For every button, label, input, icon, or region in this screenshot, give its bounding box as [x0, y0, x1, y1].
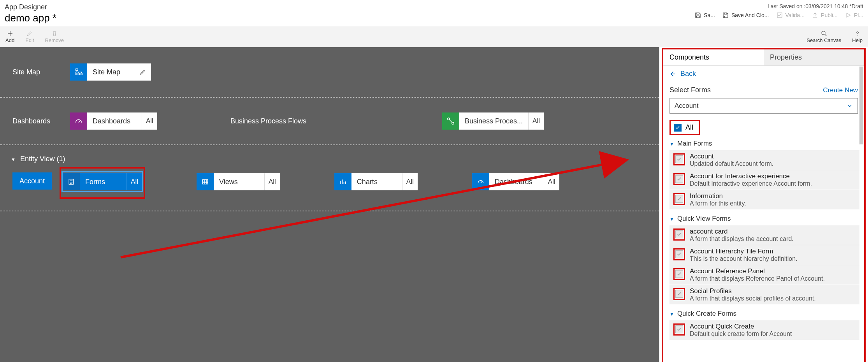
back-label: Back: [680, 70, 696, 78]
dashboards-section-label: Dashboards: [12, 117, 70, 125]
save-close-label: Save And Clo...: [731, 12, 769, 18]
entity-view-toggle[interactable]: Entity View (1): [0, 145, 659, 172]
entity-dashboards-tile[interactable]: Dashboards All: [472, 172, 559, 191]
form-checkbox[interactable]: [675, 250, 683, 258]
edit-label: Edit: [25, 38, 34, 43]
bpf-all-tag[interactable]: All: [528, 112, 544, 130]
form-list-item[interactable]: Account Hierarchy Tile FormThis is the a…: [669, 245, 859, 265]
save-close-button[interactable]: Save And Clo...: [722, 12, 769, 19]
validate-icon: [776, 12, 783, 19]
svg-point-1: [822, 31, 825, 35]
save-icon: [694, 12, 701, 19]
views-all-tag[interactable]: All: [264, 173, 280, 190]
play-button[interactable]: Pl...: [845, 12, 863, 19]
form-list-item[interactable]: Account for Interactive experienceDefaul…: [669, 170, 859, 190]
form-checkbox[interactable]: [675, 290, 683, 298]
form-checkbox[interactable]: [675, 230, 683, 238]
forms-tile[interactable]: Forms All: [63, 172, 142, 191]
select-forms-label: Select Forms: [669, 86, 711, 94]
entity-dropdown[interactable]: Account: [669, 98, 858, 114]
group-title: Quick Create Forms: [677, 310, 736, 318]
side-panel: Components Properties Back Select Forms …: [662, 48, 866, 362]
save-label: Sa...: [704, 12, 715, 18]
help-button[interactable]: Help: [852, 30, 863, 43]
form-group-header[interactable]: Quick Create Forms: [663, 306, 864, 320]
form-desc: A form that displays Reference Panel of …: [690, 275, 825, 282]
arrow-left-icon: [669, 70, 676, 78]
validate-button[interactable]: Valida...: [776, 12, 805, 19]
designer-title: App Designer: [5, 3, 56, 11]
form-desc: A form that displays the account card.: [690, 235, 794, 243]
create-new-link[interactable]: Create New: [823, 86, 858, 94]
all-checkbox[interactable]: [674, 124, 682, 132]
form-list-item[interactable]: Social ProfilesA form that displays soci…: [669, 285, 859, 304]
svg-rect-2: [76, 69, 78, 71]
dashboards-tile-label: Dashboards: [87, 112, 142, 130]
sitemap-tile-label: Site Map: [87, 63, 134, 81]
sitemap-tile[interactable]: Site Map: [70, 63, 151, 81]
publish-button[interactable]: Publi...: [812, 12, 838, 19]
forms-all-tag[interactable]: All: [127, 173, 142, 190]
tab-properties[interactable]: Properties: [764, 49, 864, 65]
grid-icon: [197, 173, 214, 190]
pencil-icon: [139, 69, 146, 76]
form-checkbox[interactable]: [675, 155, 683, 163]
trash-icon: [51, 30, 58, 37]
form-list-item[interactable]: account cardA form that displays the acc…: [669, 225, 859, 245]
svg-rect-3: [75, 73, 77, 75]
form-list-item[interactable]: Account Reference PanelA form that displ…: [669, 265, 859, 285]
form-title: Information: [690, 192, 746, 200]
form-checkbox[interactable]: [675, 195, 683, 203]
form-list-item[interactable]: Account Quick CreateDefault quick create…: [669, 320, 859, 340]
edit-button: Edit: [25, 30, 34, 43]
tab-components[interactable]: Components: [663, 49, 764, 65]
charts-tile-label: Charts: [351, 173, 402, 190]
design-canvas[interactable]: Site Map Site Map Dashboards: [0, 47, 659, 362]
entity-dashboards-tile-label: Dashboards: [489, 173, 544, 190]
back-button[interactable]: Back: [663, 66, 864, 82]
add-button[interactable]: Add: [5, 30, 14, 43]
form-title: Account Hierarchy Tile Form: [690, 248, 798, 255]
search-canvas-button[interactable]: Search Canvas: [807, 30, 841, 43]
add-label: Add: [5, 38, 14, 43]
views-tile[interactable]: Views All: [197, 172, 280, 191]
form-desc: Default quick create form for Account: [690, 330, 792, 337]
form-checkbox[interactable]: [675, 270, 683, 278]
entity-dashboards-all-tag[interactable]: All: [544, 173, 559, 190]
chevron-down-icon: [669, 215, 674, 223]
charts-tile[interactable]: Charts All: [334, 172, 418, 191]
bpf-tile[interactable]: Business Proces... All: [442, 112, 544, 130]
form-checkbox[interactable]: [675, 325, 683, 333]
form-title: Account for Interactive experience: [690, 172, 812, 180]
sitemap-edit-button[interactable]: [134, 63, 151, 81]
dashboards-all-tag[interactable]: All: [142, 112, 157, 130]
play-label: Pl...: [854, 12, 863, 18]
gauge-icon: [70, 112, 87, 130]
charts-all-tag[interactable]: All: [402, 173, 418, 190]
form-list-item[interactable]: AccountUpdated default Account form.: [669, 150, 859, 170]
form-group-header[interactable]: Main Forms: [663, 136, 864, 150]
bpf-section-label: Business Process Flows: [230, 117, 306, 125]
form-title: Account: [690, 153, 773, 160]
form-group-header[interactable]: Quick View Forms: [663, 211, 864, 225]
svg-rect-5: [81, 73, 83, 75]
entity-view-label: Entity View (1): [20, 155, 65, 163]
form-title: Account Reference Panel: [690, 267, 825, 275]
form-desc: Updated default Account form.: [690, 160, 773, 167]
form-title: account card: [690, 228, 794, 235]
search-label: Search Canvas: [807, 38, 841, 43]
save-button[interactable]: Sa...: [694, 12, 715, 19]
dashboards-tile[interactable]: Dashboards All: [70, 112, 157, 130]
bpf-tile-label: Business Proces...: [459, 112, 528, 130]
scrollbar[interactable]: [859, 67, 863, 144]
help-icon: [854, 30, 861, 37]
form-list-item[interactable]: InformationA form for this entity.: [669, 190, 859, 209]
flow-icon: [442, 112, 459, 130]
views-tile-label: Views: [214, 173, 264, 190]
publish-label: Publi...: [821, 12, 838, 18]
pencil-icon: [26, 30, 33, 37]
account-entity-button[interactable]: Account: [12, 172, 52, 190]
form-checkbox[interactable]: [675, 175, 683, 183]
form-desc: This is the account hierarchy definition…: [690, 255, 798, 262]
chevron-down-icon: [11, 155, 16, 163]
